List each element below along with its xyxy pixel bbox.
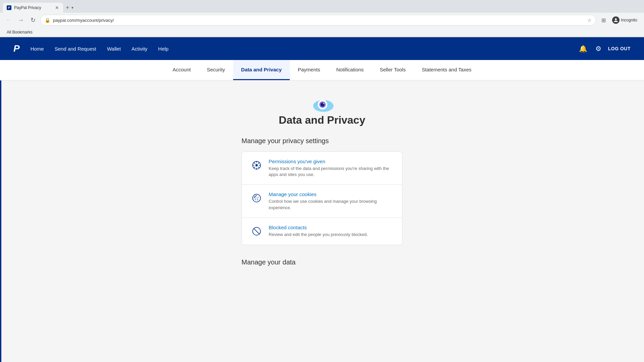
cookies-desc: Control how we use cookies and manage yo…: [269, 198, 394, 210]
page-title: Data and Privacy: [279, 114, 365, 126]
subnav-account[interactable]: Account: [164, 60, 199, 80]
nav-send-request[interactable]: Send and Request: [55, 46, 96, 52]
cookies-text: Manage your cookies Control how we use c…: [269, 191, 394, 210]
paypal-logo[interactable]: P: [13, 43, 20, 54]
reload-button[interactable]: ↻: [28, 15, 38, 25]
nav-help[interactable]: Help: [158, 46, 169, 52]
tab-bar: P PayPal Privacy ✕ + ▾: [0, 0, 644, 13]
cookies-card[interactable]: Manage your cookies Control how we use c…: [241, 184, 402, 217]
blocked-contacts-title: Blocked contacts: [269, 225, 394, 230]
url-text: paypal.com/myaccount/privacy/: [53, 18, 585, 23]
sub-nav: Account Security Data and Privacy Paymen…: [0, 60, 644, 80]
subnav-security[interactable]: Security: [199, 60, 233, 80]
profile-button[interactable]: Incognito: [609, 16, 640, 24]
privacy-cards-container: Permissions you've given Keep track of t…: [241, 152, 402, 245]
browser-right-icons: ⊞ Incognito: [599, 15, 640, 25]
blocked-contacts-desc: Review and edit the people you previousl…: [269, 232, 394, 238]
address-bar: ← → ↻ 🔒 paypal.com/myaccount/privacy/ ☆ …: [0, 13, 644, 27]
subnav-payments[interactable]: Payments: [290, 60, 328, 80]
subnav-notifications[interactable]: Notifications: [328, 60, 372, 80]
nav-activity[interactable]: Activity: [131, 46, 148, 52]
browser-chrome: P PayPal Privacy ✕ + ▾ ← → ↻ 🔒 paypal.co…: [0, 0, 644, 37]
manage-data-title: Manage your data: [241, 258, 402, 266]
blocked-contacts-icon: [250, 225, 263, 238]
paypal-header: P Home Send and Request Wallet Activity …: [0, 37, 644, 60]
permissions-card[interactable]: Permissions you've given Keep track of t…: [241, 152, 402, 184]
svg-point-7: [253, 194, 260, 202]
incognito-label: Incognito: [621, 18, 637, 22]
permissions-text: Permissions you've given Keep track of t…: [269, 159, 394, 178]
main-content: Data and Privacy Manage your privacy set…: [0, 80, 644, 282]
notifications-bell-icon[interactable]: 🔔: [578, 43, 589, 54]
tab-close-button[interactable]: ✕: [55, 5, 59, 10]
manage-data-section: Manage your data: [241, 258, 402, 269]
svg-point-4: [323, 103, 324, 104]
privacy-eye-icon: [309, 94, 335, 114]
svg-line-9: [254, 228, 260, 234]
cookies-title: Manage your cookies: [269, 191, 394, 197]
permissions-desc: Keep track of the data and permissions y…: [269, 166, 394, 178]
address-input[interactable]: 🔒 paypal.com/myaccount/privacy/ ☆: [40, 15, 596, 25]
tab-dropdown-button[interactable]: ▾: [71, 5, 73, 10]
privacy-section-title: Manage your privacy settings: [241, 137, 402, 145]
subnav-statements-taxes[interactable]: Statements and Taxes: [414, 60, 479, 80]
new-tab-button[interactable]: +: [64, 4, 71, 11]
header-right: 🔔 ⚙ LOG OUT: [578, 43, 631, 54]
bookmark-star-icon[interactable]: ☆: [587, 17, 592, 23]
left-accent-bar: [0, 80, 1, 282]
blocked-contacts-text: Blocked contacts Review and edit the peo…: [269, 225, 394, 238]
lock-icon: 🔒: [45, 17, 50, 23]
profile-icon: [612, 16, 620, 24]
cookies-icon: [250, 191, 263, 205]
page-hero: Data and Privacy: [279, 94, 365, 126]
sub-nav-inner: Account Security Data and Privacy Paymen…: [164, 60, 479, 80]
bookmarks-bar: All Bookmarks: [0, 27, 644, 37]
permissions-title: Permissions you've given: [269, 159, 394, 164]
nav-home[interactable]: Home: [31, 46, 44, 52]
blocked-contacts-card[interactable]: Blocked contacts Review and edit the peo…: [241, 218, 402, 245]
extensions-button[interactable]: ⊞: [599, 15, 608, 25]
tab-title: PayPal Privacy: [14, 5, 52, 10]
active-tab[interactable]: P PayPal Privacy ✕: [3, 3, 63, 13]
forward-button[interactable]: →: [16, 15, 25, 25]
settings-gear-icon[interactable]: ⚙: [594, 43, 603, 54]
back-button[interactable]: ←: [4, 15, 13, 25]
subnav-seller-tools[interactable]: Seller Tools: [372, 60, 414, 80]
svg-point-6: [256, 164, 258, 167]
logout-button[interactable]: LOG OUT: [608, 46, 631, 51]
subnav-data-privacy[interactable]: Data and Privacy: [233, 60, 290, 80]
permissions-icon: [250, 159, 263, 172]
tab-favicon: P: [7, 5, 11, 10]
all-bookmarks[interactable]: All Bookmarks: [4, 29, 35, 35]
nav-wallet[interactable]: Wallet: [107, 46, 121, 52]
header-nav: Home Send and Request Wallet Activity He…: [31, 46, 578, 52]
